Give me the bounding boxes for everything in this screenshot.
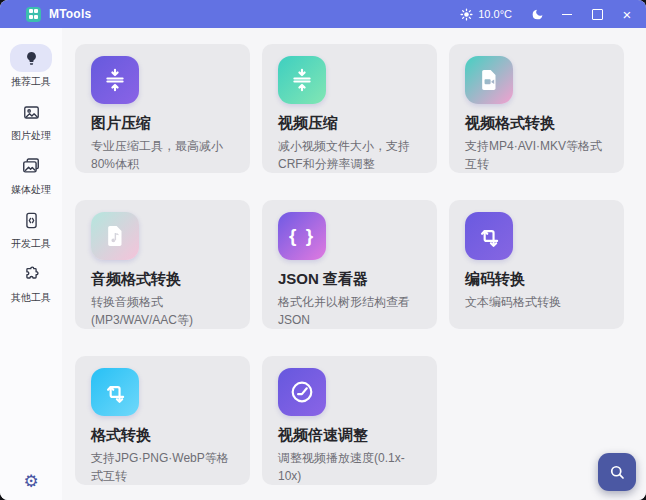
sidebar-item-media-tools[interactable]: 媒体处理 [10, 152, 52, 197]
close-icon: × [623, 7, 632, 22]
media-folder-icon [21, 156, 41, 176]
close-button[interactable]: × [612, 0, 642, 28]
app-logo-icon [26, 7, 41, 22]
search-button[interactable] [598, 453, 636, 491]
compress-icon [91, 56, 139, 104]
tool-card-desc: 支持JPG·PNG·WebP等格式互转 [91, 449, 234, 485]
tool-card-video-compress[interactable]: 视频压缩 减小视频文件大小，支持CRF和分辨率调整 [262, 44, 437, 173]
main-panel: 图片压缩 专业压缩工具，最高减小80%体积 视频压缩 减小视频文件大小，支持CR… [62, 28, 646, 500]
tool-card-format-convert[interactable]: 格式转换 支持JPG·PNG·WebP等格式互转 [75, 356, 250, 485]
tool-card-title: 音频格式转换 [91, 270, 234, 289]
dark-mode-toggle[interactable] [522, 0, 552, 28]
sidebar: 推荐工具 图片处理 [0, 28, 62, 500]
tool-card-json-viewer[interactable]: { } JSON 查看器 格式化并以树形结构查看 JSON [262, 200, 437, 329]
transform-icon [91, 368, 139, 416]
tool-card-video-convert[interactable]: 视频格式转换 支持MP4·AVI·MKV等格式互转 [449, 44, 624, 173]
title-bar: MTools 10.0°C × [0, 0, 646, 28]
tool-grid: 图片压缩 专业压缩工具，最高减小80%体积 视频压缩 减小视频文件大小，支持CR… [75, 44, 646, 485]
tool-card-title: JSON 查看器 [278, 270, 421, 289]
sidebar-item-label: 图片处理 [11, 129, 51, 143]
moon-icon [531, 8, 544, 21]
tool-card-desc: 格式化并以树形结构查看 JSON [278, 293, 421, 329]
search-icon [608, 463, 626, 481]
tool-card-desc: 支持MP4·AVI·MKV等格式互转 [465, 137, 608, 173]
tool-card-title: 视频压缩 [278, 114, 421, 133]
sidebar-item-other-tools[interactable]: 其他工具 [10, 260, 52, 305]
weather-widget[interactable]: 10.0°C [450, 0, 522, 28]
tool-card-desc: 转换音频格式(MP3/WAV/AAC等) [91, 293, 234, 329]
tool-card-image-compress[interactable]: 图片压缩 专业压缩工具，最高减小80%体积 [75, 44, 250, 173]
sun-icon [460, 8, 473, 21]
settings-button[interactable]: ⚙ [23, 473, 38, 490]
braces-icon: { } [278, 212, 326, 260]
sidebar-item-dev-tools[interactable]: 开发工具 [10, 206, 52, 251]
video-file-icon [465, 56, 513, 104]
speedometer-icon [278, 368, 326, 416]
gear-icon: ⚙ [23, 471, 38, 491]
sidebar-item-label: 推荐工具 [11, 75, 51, 89]
sidebar-item-label: 开发工具 [11, 237, 51, 251]
sidebar-item-recommended[interactable]: 推荐工具 [10, 44, 52, 89]
tool-card-audio-convert[interactable]: 音频格式转换 转换音频格式(MP3/WAV/AAC等) [75, 200, 250, 329]
tool-card-title: 图片压缩 [91, 114, 234, 133]
tool-card-video-speed[interactable]: 视频倍速调整 调整视频播放速度(0.1x-10x) [262, 356, 437, 485]
minimize-icon [562, 14, 572, 15]
tool-card-title: 视频格式转换 [465, 114, 608, 133]
transform-icon [465, 212, 513, 260]
tool-card-title: 视频倍速调整 [278, 426, 421, 445]
compress-icon [278, 56, 326, 104]
audio-file-icon [91, 212, 139, 260]
image-icon [22, 103, 41, 122]
sidebar-item-image-tools[interactable]: 图片处理 [10, 98, 52, 143]
minimize-button[interactable] [552, 0, 582, 28]
tool-card-desc: 调整视频播放速度(0.1x-10x) [278, 449, 421, 485]
tool-card-desc: 专业压缩工具，最高减小80%体积 [91, 137, 234, 173]
tool-card-desc: 文本编码格式转换 [465, 293, 608, 311]
puzzle-icon [22, 265, 41, 284]
tool-card-title: 编码转换 [465, 270, 608, 289]
dev-code-icon [22, 211, 41, 230]
temperature-value: 10.0°C [478, 8, 512, 20]
lightbulb-icon [23, 50, 40, 67]
sidebar-item-label: 其他工具 [11, 291, 51, 305]
maximize-icon [592, 9, 603, 20]
tool-card-title: 格式转换 [91, 426, 234, 445]
sidebar-item-label: 媒体处理 [11, 183, 51, 197]
tool-card-desc: 减小视频文件大小，支持CRF和分辨率调整 [278, 137, 421, 173]
tool-card-encoding-convert[interactable]: 编码转换 文本编码格式转换 [449, 200, 624, 329]
maximize-button[interactable] [582, 0, 612, 28]
app-title: MTools [49, 7, 91, 21]
app-window: MTools 10.0°C × [0, 0, 646, 500]
